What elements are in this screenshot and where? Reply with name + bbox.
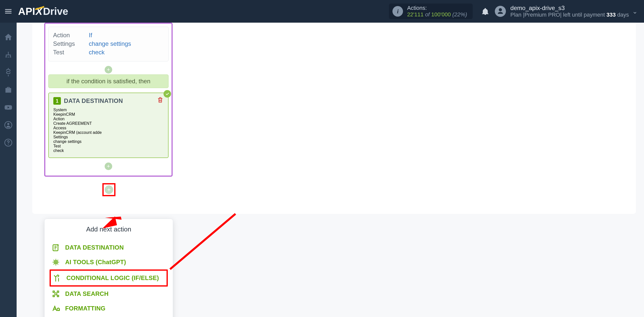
menu-ai-tools[interactable]: AI TOOLS (ChatGPT) bbox=[50, 255, 168, 269]
nav-home-icon[interactable] bbox=[4, 33, 13, 41]
dest-value-system[interactable]: KeepinCRM bbox=[53, 112, 164, 117]
value-settings[interactable]: change settings bbox=[89, 40, 131, 47]
svg-point-6 bbox=[55, 293, 57, 295]
menu-label: DATA SEARCH bbox=[65, 290, 108, 297]
actions-badge[interactable]: i Actions: 22'111 of 100'000 (22%) bbox=[389, 4, 472, 19]
menu-data-destination[interactable]: DATA DESTINATION bbox=[50, 240, 168, 255]
user-info[interactable]: demo_apix-drive_s3 Plan |Premium PRO| le… bbox=[508, 5, 629, 18]
label-test: Test bbox=[53, 49, 84, 56]
left-rail bbox=[0, 23, 17, 317]
condition-banner: if the condition is satisfied, then bbox=[48, 74, 169, 88]
hamburger-icon[interactable] bbox=[0, 0, 17, 23]
add-action-button[interactable]: + bbox=[105, 185, 113, 194]
user-plan-days: 333 bbox=[607, 12, 616, 18]
notifications-button[interactable] bbox=[478, 4, 493, 19]
user-plan: Plan |Premium PRO| left until payment 33… bbox=[510, 12, 629, 18]
menu-mathematics[interactable]: MATHEMATICS bbox=[50, 316, 168, 317]
menu-conditional-logic[interactable]: CONDITIONAL LOGIC (IF/ELSE) bbox=[50, 269, 168, 287]
delete-destination-button[interactable] bbox=[157, 97, 164, 103]
nav-user-icon[interactable] bbox=[4, 121, 13, 129]
user-plan-prefix: Plan |Premium PRO| left until payment bbox=[510, 12, 607, 18]
actions-label: Actions: bbox=[407, 5, 467, 11]
svg-point-5 bbox=[55, 261, 57, 263]
workflow-column: ActionIf Settingschange settings Testche… bbox=[32, 23, 186, 196]
svg-line-8 bbox=[170, 214, 235, 269]
condition-card: ActionIf Settingschange settings Testche… bbox=[48, 27, 169, 61]
dest-label-test: Test bbox=[53, 144, 164, 148]
destination-number: 1 bbox=[53, 97, 61, 105]
svg-point-2 bbox=[8, 144, 9, 145]
menu-formatting[interactable]: FORMATTING bbox=[50, 301, 168, 316]
nav-connections-icon[interactable] bbox=[4, 50, 13, 59]
user-plan-suffix: days bbox=[616, 12, 629, 18]
logo-text-api: API bbox=[18, 6, 35, 17]
label-action: Action bbox=[53, 32, 84, 39]
dest-label-system: System bbox=[53, 108, 164, 112]
topbar: API X Drive i Actions: 22'111 of 100'000… bbox=[0, 0, 644, 23]
dest-value-action[interactable]: Create AGREEMENT bbox=[53, 121, 164, 126]
menu-label: FORMATTING bbox=[65, 305, 105, 312]
svg-point-4 bbox=[54, 260, 58, 264]
value-test[interactable]: check bbox=[89, 49, 105, 56]
add-step-button[interactable]: + bbox=[105, 66, 112, 73]
nav-briefcase-icon[interactable] bbox=[4, 86, 13, 94]
user-name: demo_apix-drive_s3 bbox=[510, 5, 629, 12]
dest-value-test[interactable]: check bbox=[53, 148, 164, 153]
dest-value-access[interactable]: KeepinCRM (account adde bbox=[53, 130, 164, 135]
actions-pct: (22%) bbox=[452, 11, 467, 18]
popup-title: Add next action bbox=[50, 225, 168, 233]
conditional-block: ActionIf Settingschange settings Testche… bbox=[44, 23, 173, 177]
nav-billing-icon[interactable] bbox=[4, 68, 13, 76]
logo[interactable]: API X Drive bbox=[18, 6, 68, 17]
chevron-down-icon[interactable]: ⌄ bbox=[629, 8, 641, 15]
user-avatar[interactable] bbox=[493, 4, 508, 19]
dest-value-settings[interactable]: change settings bbox=[53, 139, 164, 144]
dest-label-action: Action bbox=[53, 117, 164, 121]
info-icon: i bbox=[392, 6, 403, 17]
actions-used: 22'111 bbox=[407, 11, 423, 18]
destination-card: 1 DATA DESTINATION SystemKeepinCRM Actio… bbox=[48, 93, 169, 158]
actions-of: of bbox=[424, 11, 431, 18]
dest-label-access: Access bbox=[53, 126, 164, 130]
menu-label: DATA DESTINATION bbox=[65, 244, 124, 251]
add-step-button-2[interactable]: + bbox=[105, 163, 112, 170]
actions-values: 22'111 of 100'000 (22%) bbox=[407, 11, 467, 18]
logo-text-drive: Drive bbox=[43, 6, 68, 17]
check-icon bbox=[164, 90, 171, 98]
logo-text-x: X bbox=[35, 6, 44, 17]
add-action-popup: Add next action DATA DESTINATION AI TOOL… bbox=[44, 219, 173, 317]
nav-youtube-icon[interactable] bbox=[4, 103, 13, 112]
destination-title: DATA DESTINATION bbox=[64, 97, 123, 104]
menu-label: CONDITIONAL LOGIC (IF/ELSE) bbox=[66, 274, 159, 282]
label-settings: Settings bbox=[53, 40, 84, 47]
value-action[interactable]: If bbox=[89, 32, 92, 39]
menu-label: AI TOOLS (ChatGPT) bbox=[65, 259, 126, 266]
highlighted-add-button: + bbox=[102, 183, 115, 196]
nav-help-icon[interactable] bbox=[4, 138, 13, 147]
actions-total: 100'000 bbox=[431, 11, 451, 18]
dest-label-settings: Settings bbox=[53, 135, 164, 139]
menu-data-search[interactable]: DATA SEARCH bbox=[50, 287, 168, 301]
